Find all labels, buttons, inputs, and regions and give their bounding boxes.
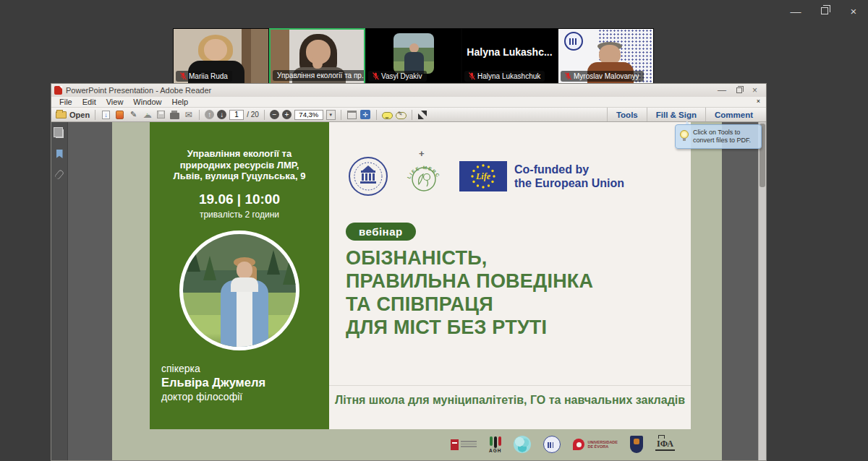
lviv-polytechnic-seal-logo <box>348 156 388 197</box>
ifa-logo: ІФА <box>655 439 675 451</box>
minimize-icon[interactable]: — <box>718 85 726 95</box>
title-line4: ДЛЯ МІСТ БЕЗ РТУТІ <box>346 316 593 339</box>
fullscreen-button[interactable] <box>417 110 428 120</box>
participant-tile-active-speaker[interactable]: Управління екології та пр... <box>269 28 365 85</box>
pen-icon: ✎ <box>130 110 137 119</box>
cofunded-line1: Co-funded by <box>514 163 624 176</box>
divider <box>341 110 341 120</box>
next-page-button[interactable]: ↓ <box>217 110 226 119</box>
reader-toolbar: Open ✎ ☁ ✉ ↑ ↓ / 20 − + 74,3% ▼ ✛ <box>51 108 766 122</box>
zoom-out-button[interactable]: − <box>270 110 279 119</box>
summer-school-note: Літня школа для муніципалітетів, ГО та н… <box>329 394 691 407</box>
save-copy-button[interactable] <box>101 110 111 120</box>
restore-glyph <box>821 7 828 14</box>
name-tag: Halyna Lukashchuk <box>464 71 545 82</box>
plus-icon: + <box>284 111 289 119</box>
document-area[interactable]: Управління екології та природних ресурсі… <box>68 122 766 461</box>
speaker-info: спікерка Ельвіра Джумеля доктор філософі… <box>161 362 329 404</box>
name-tag: Vasyl Dyakiv <box>368 71 427 82</box>
minus-icon: − <box>272 111 276 119</box>
close-notification-icon[interactable]: × <box>757 98 760 105</box>
event-datetime: 19.06 | 10:00 <box>150 191 329 207</box>
muted-mic-icon <box>180 72 187 80</box>
menu-window[interactable]: Window <box>128 98 166 106</box>
up-arrow-icon: ↑ <box>208 111 211 119</box>
vertical-scrollbar[interactable] <box>758 122 766 461</box>
menu-view[interactable]: View <box>101 98 129 106</box>
tree-shape <box>203 256 216 280</box>
muted-mic-icon <box>565 72 571 80</box>
minimize-icon[interactable]: — <box>781 0 810 22</box>
tul-mark <box>451 439 459 450</box>
sticky-note-button[interactable] <box>382 110 393 120</box>
convert-to-pdf-button[interactable] <box>114 110 125 120</box>
participant-name: Halyna Lukashchuk <box>477 72 540 80</box>
page-number-input[interactable] <box>229 110 244 120</box>
tab-fill-sign[interactable]: Fill & Sign <box>647 108 705 121</box>
email-button[interactable]: ✉ <box>183 110 194 120</box>
divider <box>264 110 265 120</box>
down-arrow-icon: ↓ <box>220 111 224 119</box>
participant-name: Управління екології та пр... <box>277 72 365 79</box>
participant-tile-halyna-lukashchuk[interactable]: Halyna Lukashc... Halyna Lukashchuk <box>461 28 558 85</box>
close-icon[interactable]: × <box>839 0 868 22</box>
webinar-badge: вебінар <box>346 223 416 241</box>
send-to-cloud-button[interactable]: ☁ <box>142 110 153 120</box>
university-shield-logo <box>630 436 643 453</box>
close-icon[interactable]: × <box>752 85 757 95</box>
participant-video-face <box>204 39 227 61</box>
participant-tile-mariia-ruda[interactable]: Mariia Ruda <box>173 28 269 85</box>
cloud-upload-icon: ☁ <box>143 110 152 120</box>
participant-name: Mariia Ruda <box>189 72 228 80</box>
tooltip-text: Click on Tools to convert files to PDF. <box>693 129 757 145</box>
slide-main-panel: LIFE MERCURY FREE <box>329 122 691 429</box>
menu-file[interactable]: File <box>54 98 77 106</box>
convert-icon <box>116 111 124 119</box>
fit-page-button[interactable]: ✛ <box>360 110 371 120</box>
reader-titlebar[interactable]: PowerPoint Presentation - Adobe Reader —… <box>51 84 766 97</box>
zoom-dropdown-button[interactable]: ▼ <box>326 110 336 120</box>
tools-tooltip[interactable]: Click on Tools to convert files to PDF. <box>675 124 762 149</box>
scrolling-mode-button[interactable] <box>346 110 357 120</box>
divider <box>376 110 377 120</box>
bookmarks-icon[interactable] <box>56 150 63 158</box>
evora-mark <box>573 439 584 450</box>
zoom-in-button[interactable]: + <box>282 110 292 119</box>
universidade-de-evora-logo: UNIVERSIDADE DE ÉVORA <box>573 439 618 450</box>
menu-help[interactable]: Help <box>166 98 193 106</box>
zoom-level-value[interactable]: 74,3% <box>294 110 323 120</box>
attachments-icon[interactable] <box>54 169 64 180</box>
agh-bars <box>489 436 501 448</box>
print-button[interactable] <box>169 110 180 120</box>
muted-mic-icon <box>469 72 475 80</box>
page-count-label: / 20 <box>247 111 259 119</box>
previous-page-button[interactable]: ↑ <box>205 110 214 119</box>
divider <box>199 110 200 120</box>
divider <box>412 110 412 120</box>
participant-tile-myroslav-malovanyy[interactable]: Myroslav Malovanyy <box>558 28 654 85</box>
speaker-shirt <box>237 290 252 348</box>
svg-text:LIFE MERCURY FREE: LIFE MERCURY FREE <box>403 155 441 179</box>
highlight-button[interactable] <box>396 110 407 120</box>
participant-tile-vasyl-dyakiv[interactable]: Vasyl Dyakiv <box>365 28 461 85</box>
participant-gallery: Mariia Ruda Управління екології та пр... <box>173 28 654 85</box>
slide-title: ОБІЗНАНІСТЬ, ПРАВИЛЬНА ПОВЕДІНКА ТА СПІВ… <box>346 246 593 339</box>
tab-tools[interactable]: Tools <box>607 108 647 121</box>
printer-icon <box>170 113 179 119</box>
title-line3: ТА СПІВПРАЦЯ <box>346 293 593 316</box>
meeting-window-controls: — × <box>781 0 868 22</box>
restore-icon[interactable] <box>736 87 742 93</box>
menu-edit[interactable]: Edit <box>77 98 101 106</box>
tab-comment[interactable]: Comment <box>705 108 762 121</box>
sign-button[interactable]: ✎ <box>128 110 139 120</box>
open-button[interactable]: Open <box>56 111 90 119</box>
page-thumbnails-icon[interactable] <box>56 129 64 138</box>
save-disk-icon <box>157 111 165 119</box>
partner-logos: AGH UNIVERSIDADE DE ÉVORA ІФА <box>451 433 675 456</box>
cofunded-text: Co-funded by the European Union <box>514 163 624 190</box>
fit-page-icon: ✛ <box>360 110 370 119</box>
mouse-cursor: + <box>419 148 425 159</box>
save-button[interactable] <box>156 110 166 120</box>
restore-icon[interactable] <box>810 0 839 22</box>
polytechnic-seal-small-logo <box>543 436 561 453</box>
